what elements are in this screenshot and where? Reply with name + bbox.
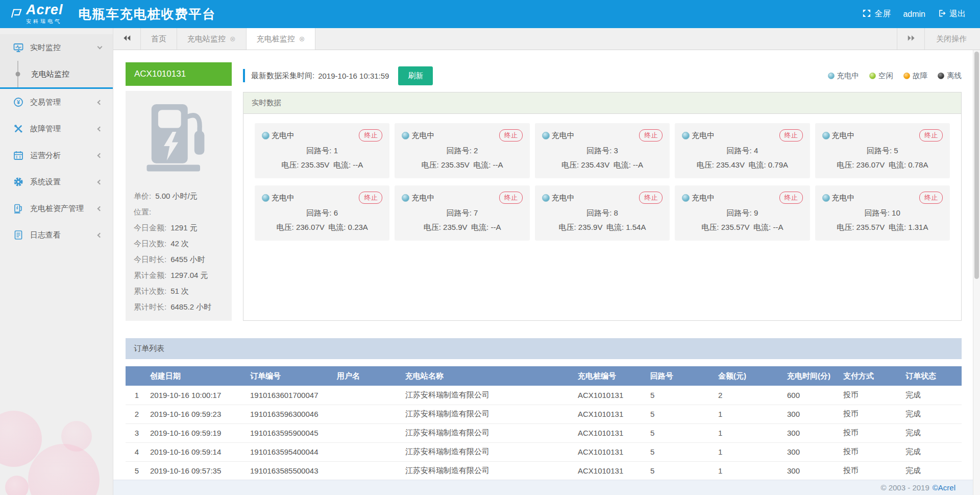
tab-close-icon[interactable]: ⊗ — [299, 35, 305, 42]
sidebar-item-log-view[interactable]: 日志查看 — [0, 222, 113, 248]
logo-flag-icon — [10, 8, 22, 20]
charging-card: 充电中终止回路号: 4电压: 235.43V 电流: 0.79A — [675, 123, 810, 178]
terminate-button[interactable]: 终止 — [499, 192, 523, 204]
terminate-button[interactable]: 终止 — [639, 192, 663, 204]
voltage-current: 电压: 236.07V 电流: 0.78A — [822, 160, 943, 170]
terminate-button[interactable]: 终止 — [639, 129, 663, 142]
sidebar-item-realtime-monitor[interactable]: 实时监控 — [0, 34, 113, 61]
footer: © 2003 - 2019 ©Acrel — [113, 480, 980, 495]
order-row: 32019-10-16 09:59:191910163595900045江苏安科… — [126, 423, 962, 442]
username[interactable]: admin — [903, 10, 925, 19]
stat-value: 1291 元 — [170, 223, 198, 232]
status-dot-charging-icon — [822, 132, 830, 139]
legend-idle: 空闲 — [869, 71, 893, 81]
pile-stat-row: 累计时长:6485.2 小时 — [134, 302, 224, 312]
collect-time-label: 最新数据采集时间: — [251, 71, 314, 81]
status-dot-charging-icon — [402, 194, 409, 202]
sidebar-subitem-label: 充电站监控 — [31, 69, 69, 79]
pile-stat-row: 今日次数:42 次 — [134, 239, 224, 248]
pile-code-title: ACX1010131 — [126, 62, 232, 86]
sidebar-item-label: 交易管理 — [30, 98, 61, 107]
stat-value: 1297.04 元 — [170, 271, 208, 280]
stat-value: 51 次 — [170, 287, 189, 296]
tabs-scroll-right-button[interactable] — [897, 28, 924, 50]
document-icon — [13, 230, 23, 240]
tabs-scroll-left-button[interactable] — [113, 28, 141, 50]
pile-stat-row: 位置: — [134, 207, 224, 217]
status-dot-fault-icon — [903, 73, 910, 79]
card-status: 充电中 — [682, 131, 715, 140]
realtime-panel: 最新数据采集时间: 2019-10-16 10:31:59 刷新 充电中空闲故障… — [243, 62, 962, 321]
terminate-button[interactable]: 终止 — [919, 129, 943, 142]
orders-column-header: 充电时间(分) — [785, 366, 841, 386]
stat-label: 今日金额: — [134, 223, 166, 232]
circuit-number: 回路号: 5 — [822, 146, 943, 156]
charging-pile-icon — [13, 203, 23, 214]
sidebar-subitem-station-monitor[interactable]: 充电站监控 — [0, 61, 113, 87]
scrollbar-thumb[interactable] — [974, 52, 979, 279]
tab-pile-monitor[interactable]: 充电桩监控⊗ — [247, 28, 316, 50]
acrel-link[interactable]: ©Acrel — [933, 483, 955, 492]
order-row: 12019-10-16 10:00:171910163601700047江苏安科… — [126, 386, 962, 405]
circuit-number: 回路号: 10 — [822, 208, 943, 218]
sidebar-item-operation-analysis[interactable]: 运营分析 — [0, 142, 113, 169]
calendar-icon — [13, 150, 23, 160]
sidebar-item-system-settings[interactable]: 系统设置 — [0, 169, 113, 195]
orders-column-header: 金额(元) — [716, 366, 785, 386]
card-status-label: 充电中 — [552, 193, 575, 203]
close-operations-button[interactable]: 关闭操作 — [924, 28, 980, 50]
tab-close-icon[interactable]: ⊗ — [230, 35, 236, 42]
order-row: 52019-10-16 09:57:351910163585500043江苏安科… — [126, 461, 962, 480]
top-header: Acrel 安科瑞电气 电瓶车充电桩收费平台 全屏 admin 退出 — [0, 0, 980, 28]
pile-stat-row: 累计金额:1297.04 元 — [134, 271, 224, 280]
terminate-button[interactable]: 终止 — [779, 129, 803, 142]
voltage-current: 电压: 235.35V 电流: --A — [262, 160, 382, 170]
card-status-label: 充电中 — [832, 131, 855, 140]
stat-label: 单价: — [134, 192, 151, 201]
sidebar-item-fault-management[interactable]: 故障管理 — [0, 115, 113, 142]
terminate-button[interactable]: 终止 — [359, 129, 382, 142]
stat-label: 今日时长: — [134, 255, 166, 264]
charging-card: 充电中终止回路号: 9电压: 235.57V 电流: --A — [675, 185, 810, 241]
terminate-button[interactable]: 终止 — [779, 192, 803, 204]
chevron-left-icon — [97, 126, 103, 131]
refresh-button[interactable]: 刷新 — [398, 66, 433, 85]
fullscreen-button[interactable]: 全屏 — [863, 9, 891, 19]
voltage-current: 电压: 235.43V 电流: --A — [542, 160, 663, 170]
svg-text:¥: ¥ — [17, 99, 20, 105]
circuit-number: 回路号: 1 — [262, 146, 382, 156]
status-dot-charging-icon — [682, 194, 690, 202]
legend-charging: 充电中 — [828, 71, 860, 81]
tab-station-monitor[interactable]: 充电站监控⊗ — [177, 28, 247, 50]
logout-button[interactable]: 退出 — [938, 9, 966, 19]
orders-column-header: 用户名 — [335, 366, 403, 386]
sidebar-item-transaction-management[interactable]: ¥交易管理 — [0, 89, 113, 115]
card-status-label: 充电中 — [552, 131, 575, 140]
orders-table: 创建日期订单编号用户名充电站名称充电桩编号回路号金额(元)充电时间(分)支付方式… — [126, 366, 962, 480]
charging-card: 充电中终止回路号: 6电压: 236.07V 电流: 0.23A — [255, 185, 389, 241]
vertical-scrollbar[interactable] — [973, 50, 980, 495]
sidebar-item-label: 实时监控 — [30, 43, 61, 53]
terminate-button[interactable]: 终止 — [359, 192, 382, 204]
charging-card: 充电中终止回路号: 7电压: 235.9V 电流: --A — [395, 185, 529, 241]
sidebar-item-label: 故障管理 — [30, 124, 61, 134]
card-status-label: 充电中 — [692, 193, 715, 203]
orders-column-header: 订单状态 — [903, 366, 962, 386]
transaction-icon: ¥ — [13, 97, 23, 107]
sidebar-item-pile-asset-management[interactable]: 充电桩资产管理 — [0, 195, 113, 222]
stat-value: 5.00 小时/元 — [155, 192, 198, 201]
realtime-data-box: 实时数据 充电中终止回路号: 1电压: 235.35V 电流: --A充电中终止… — [243, 92, 962, 321]
card-status: 充电中 — [682, 193, 715, 203]
terminate-button[interactable]: 终止 — [919, 192, 943, 204]
chevron-down-icon — [97, 44, 103, 49]
chevron-left-icon — [97, 206, 103, 211]
circuit-number: 回路号: 4 — [682, 146, 802, 156]
status-legend: 充电中空闲故障离线 — [828, 71, 962, 81]
terminate-button[interactable]: 终止 — [499, 129, 523, 142]
voltage-current: 电压: 235.57V 电流: --A — [682, 223, 802, 232]
status-dot-charging-icon — [542, 132, 550, 139]
sidebar-item-label: 系统设置 — [30, 177, 61, 187]
voltage-current: 电压: 236.07V 电流: 0.23A — [262, 223, 382, 232]
pile-stat-row: 今日时长:6455 小时 — [134, 255, 224, 264]
tab-home[interactable]: 首页 — [141, 28, 177, 50]
